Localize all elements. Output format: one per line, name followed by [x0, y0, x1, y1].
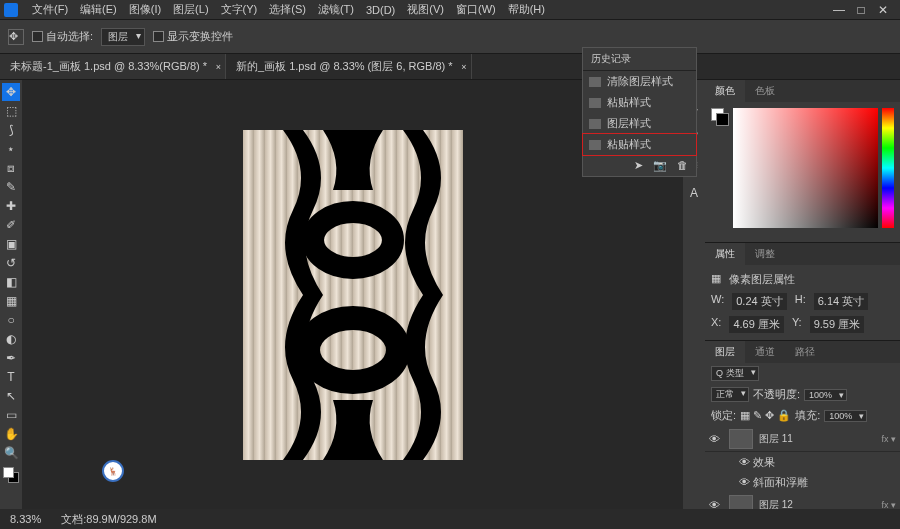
type-tool[interactable]: T: [2, 368, 20, 386]
dodge-tool[interactable]: ◐: [2, 330, 20, 348]
close-icon[interactable]: ×: [216, 62, 221, 72]
history-item[interactable]: 清除图层样式: [583, 71, 696, 92]
menu-view[interactable]: 视图(V): [401, 2, 450, 17]
menu-image[interactable]: 图像(I): [123, 2, 167, 17]
tab-swatches[interactable]: 色板: [745, 80, 785, 102]
menu-window[interactable]: 窗口(W): [450, 2, 502, 17]
layer-effect-bevel[interactable]: 👁 斜面和浮雕: [705, 472, 900, 492]
history-brush-tool[interactable]: ↺: [2, 254, 20, 272]
lock-icons[interactable]: ▦ ✎ ✥ 🔒: [740, 409, 791, 422]
checkbox-icon: [32, 31, 43, 42]
opacity-label: 不透明度:: [753, 387, 800, 402]
tab-adjustments[interactable]: 调整: [745, 243, 785, 265]
document-tabs: 未标题-1_画板 1.psd @ 8.33%(RGB/8) *× 新的_画板 1…: [0, 54, 900, 80]
marquee-tool[interactable]: ⬚: [2, 102, 20, 120]
y-value[interactable]: 9.59 厘米: [810, 316, 864, 333]
fg-bg-swatch[interactable]: [711, 108, 729, 126]
tab-properties[interactable]: 属性: [705, 243, 745, 265]
menu-select[interactable]: 选择(S): [263, 2, 312, 17]
hue-slider[interactable]: [882, 108, 894, 228]
history-step-icon: [589, 119, 601, 129]
close-icon[interactable]: ×: [461, 62, 466, 72]
show-transform-checkbox[interactable]: 显示变换控件: [153, 29, 233, 44]
layer-name[interactable]: 图层 11: [759, 432, 875, 446]
tab-color[interactable]: 颜色: [705, 80, 745, 102]
crop-tool[interactable]: ⧈: [2, 159, 20, 177]
menu-help[interactable]: 帮助(H): [502, 2, 551, 17]
character-icon[interactable]: A: [685, 184, 703, 202]
delete-icon[interactable]: 🗑: [677, 159, 688, 172]
gradient-tool[interactable]: ▦: [2, 292, 20, 310]
main-area: ✥ ⬚ ⟆ ⋆ ⧈ ✎ ✚ ✐ ▣ ↺ ◧ ▦ ○ ◐ ✒ T ↖ ▭ ✋ 🔍 …: [0, 80, 900, 509]
fill-value[interactable]: 100%: [824, 410, 867, 422]
stamp-tool[interactable]: ▣: [2, 235, 20, 253]
zoom-tool[interactable]: 🔍: [2, 444, 20, 462]
menu-filter[interactable]: 滤镜(T): [312, 2, 360, 17]
close-icon[interactable]: ✕: [878, 5, 888, 15]
layer-filter[interactable]: Q 类型: [711, 366, 759, 381]
eyedropper-tool[interactable]: ✎: [2, 178, 20, 196]
right-panels: 颜色 色板 属性 调整 ▦ 像素图层属性 W:0.24 英寸 H:6.14 英寸: [705, 80, 900, 509]
blend-mode[interactable]: 正常: [711, 387, 749, 402]
color-swatch[interactable]: [3, 467, 19, 483]
menu-3d[interactable]: 3D(D): [360, 4, 401, 16]
heal-tool[interactable]: ✚: [2, 197, 20, 215]
properties-title: 像素图层属性: [729, 272, 795, 287]
auto-select-mode[interactable]: 图层: [101, 28, 145, 46]
shape-tool[interactable]: ▭: [2, 406, 20, 424]
pixel-layer-icon: ▦: [711, 272, 721, 287]
auto-select-checkbox[interactable]: 自动选择:: [32, 29, 93, 44]
menu-edit[interactable]: 编辑(E): [74, 2, 123, 17]
menu-bar: 文件(F) 编辑(E) 图像(I) 图层(L) 文字(Y) 选择(S) 滤镜(T…: [0, 0, 900, 20]
history-panel[interactable]: 历史记录 清除图层样式 粘贴样式 图层样式 粘贴样式 ➤ 📷 🗑: [582, 47, 697, 177]
svg-point-1: [308, 318, 398, 382]
layer-effect[interactable]: 👁 效果: [705, 452, 900, 472]
wand-tool[interactable]: ⋆: [2, 140, 20, 158]
doc-tab-1[interactable]: 未标题-1_画板 1.psd @ 8.33%(RGB/8) *×: [0, 54, 226, 79]
show-transform-label: 显示变换控件: [167, 29, 233, 44]
blur-tool[interactable]: ○: [2, 311, 20, 329]
eraser-tool[interactable]: ◧: [2, 273, 20, 291]
history-item[interactable]: 图层样式: [583, 113, 696, 134]
color-field[interactable]: [733, 108, 878, 228]
h-value[interactable]: 6.14 英寸: [814, 293, 868, 310]
tab-title: 未标题-1_画板 1.psd @ 8.33%(RGB/8) *: [10, 59, 207, 74]
tab-layers[interactable]: 图层: [705, 341, 745, 363]
opacity-value[interactable]: 100%: [804, 389, 847, 401]
doc-size[interactable]: 文档:89.9M/929.8M: [61, 512, 156, 527]
history-item[interactable]: 粘贴样式: [583, 92, 696, 113]
hand-tool[interactable]: ✋: [2, 425, 20, 443]
history-title: 历史记录: [583, 48, 696, 71]
visibility-icon[interactable]: 👁: [709, 433, 723, 445]
fx-badge[interactable]: fx ▾: [881, 500, 896, 510]
w-value[interactable]: 0.24 英寸: [732, 293, 786, 310]
w-label: W:: [711, 293, 724, 310]
x-label: X:: [711, 316, 721, 333]
tab-paths[interactable]: 路径: [785, 341, 825, 363]
fx-badge[interactable]: fx ▾: [881, 434, 896, 444]
minimize-icon[interactable]: —: [834, 5, 844, 15]
tab-channels[interactable]: 通道: [745, 341, 785, 363]
x-value[interactable]: 4.69 厘米: [729, 316, 783, 333]
snapshot-icon[interactable]: ➤: [634, 159, 643, 172]
doc-tab-2[interactable]: 新的_画板 1.psd @ 8.33% (图层 6, RGB/8) *×: [226, 54, 472, 79]
canvas: [243, 130, 463, 460]
path-tool[interactable]: ↖: [2, 387, 20, 405]
move-tool-icon[interactable]: ✥: [8, 29, 24, 45]
layer-row[interactable]: 👁 图层 11 fx ▾: [705, 426, 900, 452]
lock-label: 锁定:: [711, 408, 736, 423]
maximize-icon[interactable]: □: [856, 5, 866, 15]
move-tool[interactable]: ✥: [2, 83, 20, 101]
lasso-tool[interactable]: ⟆: [2, 121, 20, 139]
svg-point-0: [313, 212, 393, 268]
y-label: Y:: [792, 316, 802, 333]
new-snapshot-icon[interactable]: 📷: [653, 159, 667, 172]
brush-tool[interactable]: ✐: [2, 216, 20, 234]
window-controls: — □ ✕: [834, 5, 896, 15]
zoom-level[interactable]: 8.33%: [10, 513, 41, 525]
history-item-active[interactable]: 粘贴样式: [583, 134, 696, 155]
menu-file[interactable]: 文件(F): [26, 2, 74, 17]
menu-type[interactable]: 文字(Y): [215, 2, 264, 17]
menu-layer[interactable]: 图层(L): [167, 2, 214, 17]
pen-tool[interactable]: ✒: [2, 349, 20, 367]
